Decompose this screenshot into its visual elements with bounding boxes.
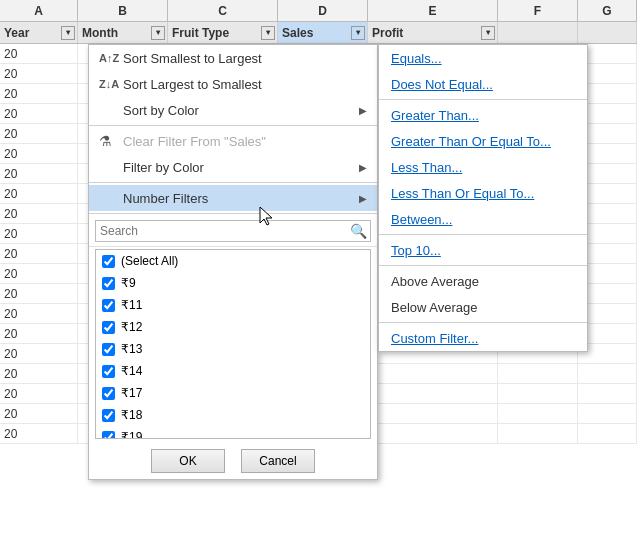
checklist-label: ₹14 bbox=[121, 364, 142, 378]
checklist-checkbox[interactable] bbox=[102, 431, 115, 440]
clear-filter-icon: ⚗ bbox=[99, 133, 119, 149]
col-header-a: A bbox=[0, 0, 78, 21]
col-header-e: E bbox=[368, 0, 498, 21]
sort-desc-icon: Z↓A bbox=[99, 78, 119, 90]
table-cell: 20 bbox=[0, 164, 78, 183]
list-item[interactable]: ₹11 bbox=[96, 294, 370, 316]
checklist-checkbox[interactable] bbox=[102, 409, 115, 422]
filter-dropdown-fruittype[interactable]: ▾ bbox=[261, 26, 275, 40]
checklist-checkbox[interactable] bbox=[102, 365, 115, 378]
filter-color-arrow: ▶ bbox=[359, 162, 367, 173]
search-input[interactable] bbox=[95, 220, 371, 242]
menu-item-filter-color[interactable]: Filter by Color ▶ bbox=[89, 154, 377, 180]
list-item[interactable]: ₹14 bbox=[96, 360, 370, 382]
filter-cell-f bbox=[498, 22, 578, 43]
table-cell: 20 bbox=[0, 84, 78, 103]
checklist-checkbox[interactable] bbox=[102, 387, 115, 400]
table-cell bbox=[578, 384, 637, 403]
submenu-item-greater-than[interactable]: Greater Than... bbox=[379, 102, 587, 128]
search-wrapper: 🔍 bbox=[95, 220, 371, 242]
search-icon: 🔍 bbox=[350, 223, 367, 239]
checklist-checkbox[interactable] bbox=[102, 255, 115, 268]
submenu-item-less-than[interactable]: Less Than... bbox=[379, 154, 587, 180]
submenu-divider bbox=[379, 234, 587, 235]
col-header-b: B bbox=[78, 0, 168, 21]
table-cell: 20 bbox=[0, 364, 78, 383]
checklist-checkbox[interactable] bbox=[102, 277, 115, 290]
menu-item-sort-desc[interactable]: Z↓A Sort Largest to Smallest bbox=[89, 71, 377, 97]
table-cell bbox=[368, 424, 498, 443]
submenu-item-below-avg[interactable]: Below Average bbox=[379, 294, 587, 320]
list-item[interactable]: ₹17 bbox=[96, 382, 370, 404]
list-item[interactable]: ₹13 bbox=[96, 338, 370, 360]
table-cell bbox=[578, 424, 637, 443]
table-cell: 20 bbox=[0, 184, 78, 203]
checklist-label: ₹9 bbox=[121, 276, 136, 290]
checklist-label: ₹12 bbox=[121, 320, 142, 334]
table-cell: 20 bbox=[0, 144, 78, 163]
submenu-item-greater-equal[interactable]: Greater Than Or Equal To... bbox=[379, 128, 587, 154]
list-item[interactable]: ₹18 bbox=[96, 404, 370, 426]
submenu-item-above-avg[interactable]: Above Average bbox=[379, 268, 587, 294]
submenu-item-custom-filter[interactable]: Custom Filter... bbox=[379, 325, 587, 351]
filter-dropdown-sales[interactable]: ▾ bbox=[351, 26, 365, 40]
list-item[interactable]: ₹9 bbox=[96, 272, 370, 294]
filter-cell-month[interactable]: Month ▾ bbox=[78, 22, 168, 43]
menu-item-sort-asc[interactable]: A↑Z Sort Smallest to Largest bbox=[89, 45, 377, 71]
submenu-item-not-equal[interactable]: Does Not Equal... bbox=[379, 71, 587, 97]
checklist-checkbox[interactable] bbox=[102, 299, 115, 312]
submenu-item-top10[interactable]: Top 10... bbox=[379, 237, 587, 263]
table-cell: 20 bbox=[0, 44, 78, 63]
list-item[interactable]: (Select All) bbox=[96, 250, 370, 272]
checklist-label: ₹13 bbox=[121, 342, 142, 356]
ok-button[interactable]: OK bbox=[151, 449, 225, 473]
filter-label-month: Month bbox=[82, 26, 118, 40]
checklist-label: ₹17 bbox=[121, 386, 142, 400]
filter-dropdown-menu: A↑Z Sort Smallest to Largest Z↓A Sort La… bbox=[88, 44, 378, 480]
filter-label-fruittype: Fruit Type bbox=[172, 26, 229, 40]
submenu-divider bbox=[379, 99, 587, 100]
col-header-g: G bbox=[578, 0, 637, 21]
filter-cell-profit[interactable]: Profit ▾ bbox=[368, 22, 498, 43]
checklist[interactable]: (Select All)₹9₹11₹12₹13₹14₹17₹18₹19₹20 bbox=[95, 249, 371, 439]
filter-dropdown-month[interactable]: ▾ bbox=[151, 26, 165, 40]
col-header-c: C bbox=[168, 0, 278, 21]
filter-cell-fruittype[interactable]: Fruit Type ▾ bbox=[168, 22, 278, 43]
table-cell: 20 bbox=[0, 384, 78, 403]
table-cell bbox=[498, 364, 578, 383]
table-cell: 20 bbox=[0, 284, 78, 303]
menu-item-sort-color[interactable]: Sort by Color ▶ bbox=[89, 97, 377, 123]
list-item[interactable]: ₹19 bbox=[96, 426, 370, 439]
menu-divider-3 bbox=[89, 213, 377, 214]
submenu-item-equals[interactable]: Equals... bbox=[379, 45, 587, 71]
table-cell bbox=[368, 384, 498, 403]
filter-cell-sales[interactable]: Sales ▾ bbox=[278, 22, 368, 43]
filter-dropdown-year[interactable]: ▾ bbox=[61, 26, 75, 40]
cancel-button[interactable]: Cancel bbox=[241, 449, 315, 473]
checklist-checkbox[interactable] bbox=[102, 343, 115, 356]
filter-cell-g bbox=[578, 22, 637, 43]
filter-cell-year[interactable]: Year ▾ bbox=[0, 22, 78, 43]
menu-item-clear-filter[interactable]: ⚗ Clear Filter From "Sales" bbox=[89, 128, 377, 154]
submenu-item-less-equal[interactable]: Less Than Or Equal To... bbox=[379, 180, 587, 206]
number-filters-arrow: ▶ bbox=[359, 193, 367, 204]
submenu-divider bbox=[379, 322, 587, 323]
menu-item-number-filters[interactable]: Number Filters ▶ bbox=[89, 185, 377, 211]
filter-label-year: Year bbox=[4, 26, 29, 40]
list-item[interactable]: ₹12 bbox=[96, 316, 370, 338]
filter-dropdown-profit[interactable]: ▾ bbox=[481, 26, 495, 40]
submenu-item-between[interactable]: Between... bbox=[379, 206, 587, 232]
button-row: OK Cancel bbox=[89, 441, 377, 479]
table-cell: 20 bbox=[0, 324, 78, 343]
col-header-f: F bbox=[498, 0, 578, 21]
checklist-label: ₹11 bbox=[121, 298, 142, 312]
menu-label-number-filters: Number Filters bbox=[123, 191, 208, 206]
table-cell bbox=[578, 364, 637, 383]
checklist-checkbox[interactable] bbox=[102, 321, 115, 334]
table-cell: 20 bbox=[0, 244, 78, 263]
column-headers: A B C D E F G bbox=[0, 0, 637, 22]
table-cell bbox=[368, 364, 498, 383]
menu-label-sort-desc: Sort Largest to Smallest bbox=[123, 77, 262, 92]
table-cell: 20 bbox=[0, 304, 78, 323]
table-cell: 20 bbox=[0, 424, 78, 443]
